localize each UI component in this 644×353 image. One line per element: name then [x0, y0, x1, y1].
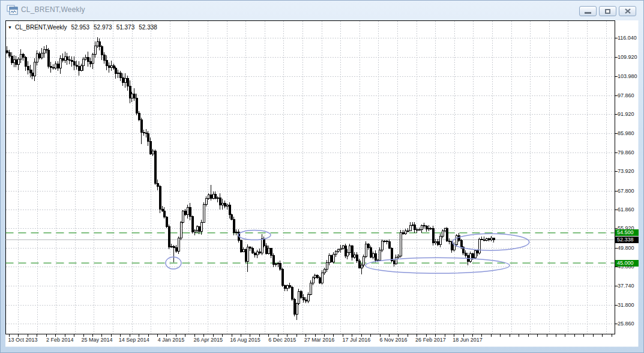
candle-body: [94, 46, 96, 54]
candle-body: [82, 59, 84, 66]
candle-body: [381, 241, 383, 250]
candle-body: [395, 257, 397, 264]
candle-body: [397, 256, 399, 258]
candle-body: [11, 56, 13, 63]
candle-body: [15, 59, 17, 64]
candle-body: [187, 207, 188, 215]
candle-body: [421, 226, 423, 230]
candle-body: [203, 204, 205, 222]
candle-body: [133, 94, 135, 98]
candle-body: [80, 65, 82, 70]
candle-body: [168, 227, 170, 247]
candle-body: [175, 247, 177, 251]
candle-body: [432, 229, 434, 243]
candle-body: [493, 238, 495, 240]
candle-body: [402, 233, 404, 234]
candle-body: [240, 240, 242, 252]
candle-body: [73, 61, 75, 65]
candle-body: [92, 54, 94, 64]
candle-body: [62, 58, 64, 61]
candle-body: [483, 240, 485, 241]
candle-body: [286, 286, 288, 289]
candle-body: [490, 238, 492, 240]
candle-body: [55, 64, 56, 68]
candle-body: [409, 226, 411, 231]
candle-body: [194, 231, 196, 232]
candle-body: [224, 203, 226, 206]
candle-body: [122, 78, 124, 83]
candle-body: [59, 58, 61, 68]
candle-body: [31, 73, 33, 76]
candle-body: [281, 270, 283, 286]
candle-body: [27, 66, 29, 70]
candle-body: [47, 50, 49, 67]
candle-body: [423, 226, 425, 226]
chart-window: CL_BRENT,Weekly ▼CL_BRENT,Weekly52.95352…: [0, 0, 644, 353]
candle-body: [251, 249, 253, 253]
chart-canvas[interactable]: [1, 1, 644, 353]
candle-body: [159, 187, 161, 210]
candle-body: [370, 247, 372, 257]
candle-body: [416, 230, 418, 231]
candle-body: [330, 255, 332, 262]
candle-body: [68, 60, 70, 61]
candle-body: [407, 231, 409, 231]
candle-body: [300, 292, 302, 298]
candle-body: [358, 261, 360, 268]
candle-body: [217, 198, 218, 198]
candle-body: [29, 70, 31, 73]
candle-body: [289, 286, 290, 288]
candle-body: [474, 251, 476, 258]
candle-body: [208, 195, 209, 199]
candle-body: [379, 250, 381, 260]
candle-body: [349, 246, 351, 253]
candle-body: [6, 51, 8, 52]
candle-body: [17, 59, 19, 65]
candle-body: [173, 247, 175, 248]
candle-body: [140, 119, 142, 132]
candle-body: [108, 65, 110, 67]
candle-body: [305, 300, 307, 301]
candle-body: [178, 238, 179, 251]
candle-body: [143, 133, 145, 133]
candle-body: [446, 229, 448, 241]
candle-body: [210, 195, 212, 199]
candle-body: [472, 254, 474, 258]
candle-body: [20, 54, 22, 59]
candle-body: [235, 232, 237, 233]
candle-body: [50, 67, 52, 68]
candle-body: [386, 241, 388, 241]
candle-body: [259, 252, 260, 253]
candle-body: [170, 247, 172, 247]
candle-body: [465, 253, 466, 255]
candle-body: [265, 246, 267, 253]
candle-body: [219, 198, 221, 205]
candle-body: [316, 275, 318, 277]
candle-body: [346, 252, 348, 256]
candle-body: [136, 98, 137, 113]
candle-body: [414, 225, 415, 229]
candle-body: [184, 211, 186, 215]
candle-body: [76, 65, 77, 67]
candle-body: [200, 222, 202, 232]
candle-body: [226, 205, 228, 207]
candle-body: [354, 255, 355, 257]
candle-body: [342, 246, 344, 249]
candle-body: [326, 263, 328, 270]
candle-body: [335, 252, 337, 255]
candle-body: [356, 255, 358, 261]
candle-body: [439, 236, 441, 244]
candle-body: [36, 54, 38, 62]
candle-body: [442, 231, 444, 236]
candle-body: [478, 240, 480, 253]
candle-body: [437, 241, 439, 244]
candle-body: [337, 249, 339, 251]
candle-body: [43, 50, 45, 53]
candle-body: [34, 62, 35, 76]
candle-body: [101, 47, 103, 55]
candle-body: [270, 249, 272, 256]
candle-body: [367, 244, 369, 247]
candle-body: [89, 61, 91, 64]
candle-body: [268, 249, 269, 253]
candle-body: [456, 236, 457, 245]
